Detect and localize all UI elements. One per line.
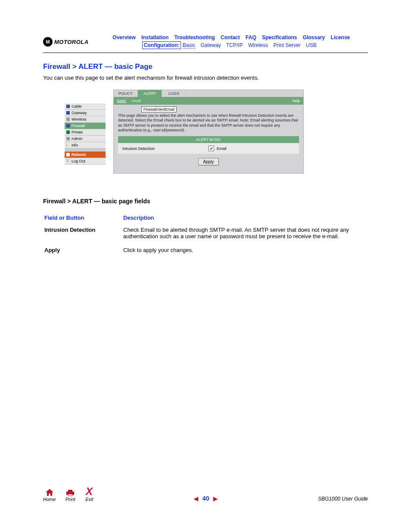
email-checkbox-label: Email [217,146,227,151]
nav-contact[interactable]: Contact [221,34,240,40]
fields-col-field: Field or Button [44,214,122,225]
sidebar-info[interactable]: iInfo [65,142,106,149]
footer-exit-button[interactable]: X Exit [85,487,93,502]
row-label-intrusion: Intrusion Detection [122,146,209,151]
page-indicator: ◀ 40 ▶ [93,495,318,502]
config-tcpip[interactable]: TCP/IP [226,42,243,48]
fields-col-desc: Description [123,214,367,225]
field-intrusion: Intrusion Detection [44,226,122,246]
desc-apply: Click to apply your changes. [123,246,367,259]
header-divider [43,53,368,53]
email-checkbox[interactable]: ✔ [209,146,214,151]
footer-print-button[interactable]: Print [65,488,75,502]
sidebar-firewall[interactable]: Firewall [65,123,106,129]
motorola-batwing-icon: M [43,37,53,47]
alert-basic-heading: ALERT BASIC [118,136,299,143]
next-page-arrow[interactable]: ▶ [213,495,218,502]
fields-section-title: Firewall > ALERT — basic page fields [43,198,368,205]
footer-home-button[interactable]: Home [43,488,56,502]
nav-specifications[interactable]: Specifications [262,34,297,40]
config-wireless[interactable]: Wireless [248,42,268,48]
nav-license[interactable]: License [331,34,350,40]
exit-icon: X [85,487,93,497]
sidebar-wireless[interactable]: Wireless [65,116,106,123]
home-icon [45,488,54,497]
panel-title-box: FirewallAlertEmail [141,106,177,112]
top-nav: Overview Installation Troubleshooting Co… [95,34,368,40]
print-icon [65,488,75,497]
embedded-screenshot: Cable Gateway Wireless Firewall Printer … [65,90,368,174]
page-title: Firewall > ALERT — basic Page [43,62,368,71]
config-printserver[interactable]: Print Server [273,42,300,48]
embedded-sidebar: Cable Gateway Wireless Firewall Printer … [65,103,106,165]
tab-policy[interactable]: POLICY [114,90,138,97]
sidebar-logout[interactable]: XLog Out [65,158,106,165]
prev-page-arrow[interactable]: ◀ [194,495,198,502]
config-nav: Configuration: Basic Gateway TCP/IP Wire… [95,42,368,48]
help-link[interactable]: help [293,99,300,103]
subtab-basic[interactable]: basic [117,99,126,103]
desc-intrusion: Check Email to be alerted through SMTP e… [123,226,367,246]
sidebar-gateway[interactable]: Gateway [65,110,106,116]
fields-table: Field or Button Description Intrusion De… [43,213,368,260]
sidebar-printer[interactable]: Printer [65,129,106,136]
nav-faq[interactable]: FAQ [246,34,256,40]
config-basic[interactable]: Basic [183,42,195,49]
guide-title: SBG1000 User Guide [318,496,368,502]
apply-button[interactable]: Apply [198,158,219,165]
tab-logs[interactable]: LOGS [162,90,186,97]
svg-rect-1 [68,490,72,492]
subtab-email[interactable]: email [132,99,141,103]
brand-logo: M MOTOROLA [43,37,89,47]
nav-troubleshooting[interactable]: Troubleshooting [174,34,215,40]
nav-overview[interactable]: Overview [112,34,135,40]
sidebar-reboot[interactable]: ⟳Reboot! [65,152,106,158]
config-label: Configuration: [142,41,181,49]
embedded-main-panel: POLICY ALERT LOGS basic email help Firew… [113,90,304,174]
panel-description: This page allows you to select the alert… [114,113,303,136]
field-apply: Apply [44,246,122,259]
page-intro: You can use this page to set the alert m… [43,75,368,81]
tab-alert[interactable]: ALERT [138,90,162,97]
page-number: 40 [202,495,209,502]
brand-name: MOTOROLA [54,39,89,45]
svg-text:X: X [85,487,93,497]
sidebar-admin[interactable]: Admin [65,136,106,142]
sidebar-cable[interactable]: Cable [65,103,106,110]
svg-rect-2 [68,494,72,496]
config-usb[interactable]: USB [306,42,317,48]
nav-installation[interactable]: Installation [141,34,168,40]
config-gateway[interactable]: Gateway [201,42,221,48]
nav-glossary[interactable]: Glossary [303,34,325,40]
